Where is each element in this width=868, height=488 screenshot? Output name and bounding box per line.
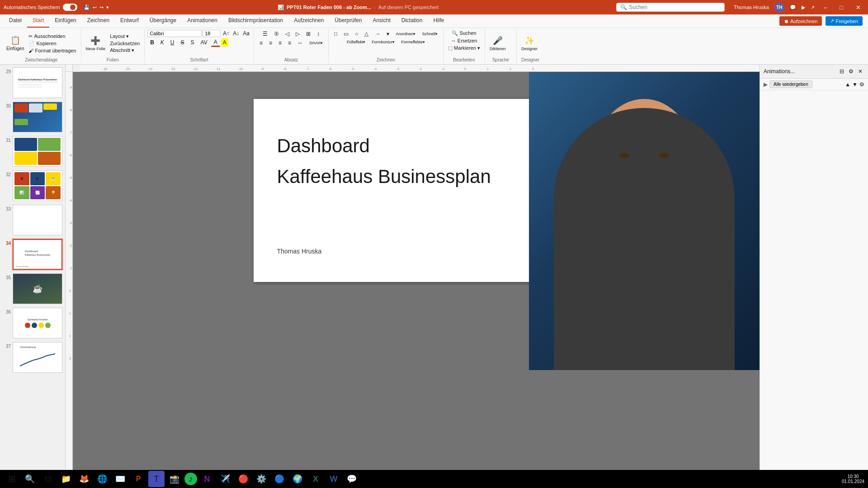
taskbar-explorer[interactable]: 📁 — [58, 471, 74, 487]
tab-ansicht[interactable]: Ansicht — [367, 14, 396, 28]
animations-expand-button[interactable]: ⊟ — [838, 67, 846, 75]
share-ribbon-button[interactable]: ↗ Freigeben — [826, 16, 863, 26]
bullets-button[interactable]: ☰ — [260, 30, 270, 38]
taskbar-taskview[interactable]: ⊡ — [40, 471, 56, 487]
animations-settings-button[interactable]: ⚙ — [847, 67, 855, 75]
new-slide-button[interactable]: ➕ Neue Folie — [84, 35, 108, 52]
bold-button[interactable]: B — [147, 38, 157, 47]
slide-item-30[interactable]: 30 — [2, 101, 63, 133]
save-icon[interactable]: 💾 — [84, 5, 90, 10]
taskbar-camera[interactable]: 📸 — [166, 471, 183, 487]
slide-item-36[interactable]: 36 Speiseplan Konzept — [2, 307, 63, 339]
taskbar-app2[interactable]: ⚙️ — [253, 471, 269, 487]
shape-circle[interactable]: ○ — [352, 30, 361, 38]
shape-fill-button[interactable]: Fülleffekt▾ — [344, 39, 368, 45]
slide-item-34[interactable]: 34 Dashboard Kaffeehaus Businessplan Tho… — [2, 238, 63, 271]
shape-tri[interactable]: △ — [362, 30, 371, 38]
font-family-input[interactable] — [147, 30, 202, 37]
taskbar-chrome[interactable]: 🌐 — [94, 471, 110, 487]
slide-item-31[interactable]: 31 — [2, 135, 63, 168]
strikethrough-button[interactable]: S — [178, 38, 187, 47]
slide-thumb-35[interactable]: ☕ — [13, 273, 62, 304]
tab-aufzeichnen[interactable]: Aufzeichnen — [288, 14, 329, 28]
close-button[interactable]: ✕ — [852, 0, 864, 14]
slide-thumb-32[interactable]: 🖥 ⚙ ☕ 📊 📈 💡 — [13, 170, 62, 201]
columns-button[interactable]: ⊞ — [303, 30, 313, 38]
tab-dictation[interactable]: Dictation — [396, 14, 428, 28]
slide-item-33[interactable]: 33 — [2, 204, 63, 236]
spacing-button[interactable]: AV — [198, 38, 210, 47]
taskbar-spotify[interactable]: ♪ — [184, 473, 197, 485]
paste-button[interactable]: 📋 Einfügen — [5, 34, 26, 52]
redo-icon[interactable]: ↪ — [99, 5, 104, 10]
record-button[interactable]: ⏺ Aufzeichnen — [779, 16, 822, 26]
shape-arrow[interactable]: → — [372, 30, 383, 38]
play-all-button[interactable]: Alle wiedergeben — [769, 80, 812, 88]
tab-entwurf[interactable]: Entwurf — [115, 14, 144, 28]
align-left-button[interactable]: ≡ — [257, 39, 265, 47]
taskbar-telegram[interactable]: ✈️ — [217, 471, 233, 487]
undo-icon[interactable]: ↩ — [93, 5, 97, 10]
layout-button[interactable]: Layout ▾ — [108, 33, 142, 40]
decrease-font-icon[interactable]: A↓ — [231, 30, 241, 37]
quick-styles-button[interactable]: Schnell▾ — [420, 31, 441, 37]
align-center-button[interactable]: ≡ — [266, 39, 275, 47]
taskbar-teams[interactable]: T — [148, 471, 165, 487]
animations-close-button[interactable]: ✕ — [856, 67, 864, 75]
taskbar-firefox[interactable]: 🦊 — [76, 471, 92, 487]
animations-arrow-up[interactable]: ▲ — [845, 81, 850, 88]
present-icon[interactable]: ▶ — [802, 5, 805, 10]
decrease-indent-button[interactable]: ◁ — [283, 30, 292, 38]
slide-thumb-30[interactable] — [13, 102, 62, 132]
slide-thumb-36[interactable]: Speiseplan Konzept — [13, 308, 62, 338]
taskbar-excel[interactable]: X — [307, 471, 324, 487]
tab-praesentation[interactable]: Bildschirmpräsentation — [223, 14, 288, 28]
tab-ueberpruefen[interactable]: Überprüfen — [329, 14, 367, 28]
shape-more[interactable]: ▾ — [384, 30, 392, 38]
font-color-button[interactable]: A — [211, 38, 220, 47]
slide-thumb-37[interactable]: Umsatzplanung — [13, 342, 62, 373]
replace-button[interactable]: ↔ Ersetzen — [449, 38, 479, 44]
slide-thumb-34[interactable]: Dashboard Kaffeehaus Businessplan Thomas… — [13, 239, 62, 270]
autosave-toggle[interactable] — [63, 4, 77, 11]
taskbar-onenote[interactable]: N — [199, 471, 215, 487]
taskbar-search[interactable]: 🔍 — [22, 471, 38, 487]
clear-format-icon[interactable]: Aa — [241, 30, 251, 37]
slide-thumb-33[interactable] — [13, 205, 62, 235]
maximize-button[interactable]: □ — [836, 0, 847, 14]
dictate-button[interactable]: 🎤 Diktieren — [488, 35, 508, 52]
justify-button[interactable]: ≡ — [285, 39, 294, 47]
tab-einfuegen[interactable]: Einfügen — [49, 14, 81, 28]
copy-button[interactable]: 📄Kopieren — [27, 40, 78, 47]
slide-item-29[interactable]: 29 Dashboard Kaffeehaus Präsentation ———… — [2, 66, 63, 99]
taskbar-word[interactable]: W — [326, 471, 342, 487]
line-spacing-button[interactable]: ↕ — [314, 30, 322, 38]
format-paint-button[interactable]: 🖌Format übertragen — [27, 47, 78, 54]
find-button[interactable]: 🔍 Suchen — [450, 30, 478, 37]
taskbar-app1[interactable]: 🔴 — [235, 471, 251, 487]
font-size-input[interactable] — [203, 30, 221, 37]
reset-button[interactable]: Zurücksetzen — [108, 40, 142, 47]
section-button[interactable]: Abschnitt ▾ — [108, 47, 142, 54]
taskbar-outlook[interactable]: ✉️ — [112, 471, 128, 487]
shadow-button[interactable]: S — [188, 38, 197, 47]
slide-item-37[interactable]: 37 Umsatzplanung — [2, 341, 63, 374]
increase-font-icon[interactable]: A↑ — [222, 30, 231, 37]
tab-start[interactable]: Start — [27, 14, 49, 28]
animations-settings-inline[interactable]: ⚙ — [859, 81, 864, 88]
slide-item-32[interactable]: 32 🖥 ⚙ ☕ 📊 📈 💡 — [2, 169, 63, 202]
shape-rect[interactable]: □ — [331, 30, 340, 38]
designer-button[interactable]: ✨ Designer — [519, 35, 539, 52]
increase-indent-button[interactable]: ▷ — [293, 30, 302, 38]
highlight-button[interactable]: A — [221, 38, 228, 47]
canvas-scroll[interactable]: Dashboard Kaffeehaus Businessplan Thomas… — [73, 72, 760, 487]
arrange-button[interactable]: Anordnen▾ — [393, 31, 418, 37]
align-right-button[interactable]: ≡ — [276, 39, 284, 47]
tab-hilfe[interactable]: Hilfe — [428, 14, 449, 28]
search-input[interactable] — [629, 4, 701, 10]
share-icon[interactable]: ↗ — [811, 5, 815, 10]
underline-button[interactable]: U — [168, 38, 177, 47]
tab-datei[interactable]: Datei — [4, 14, 27, 28]
italic-button[interactable]: K — [158, 38, 167, 47]
taskbar-app3[interactable]: 🔵 — [271, 471, 288, 487]
